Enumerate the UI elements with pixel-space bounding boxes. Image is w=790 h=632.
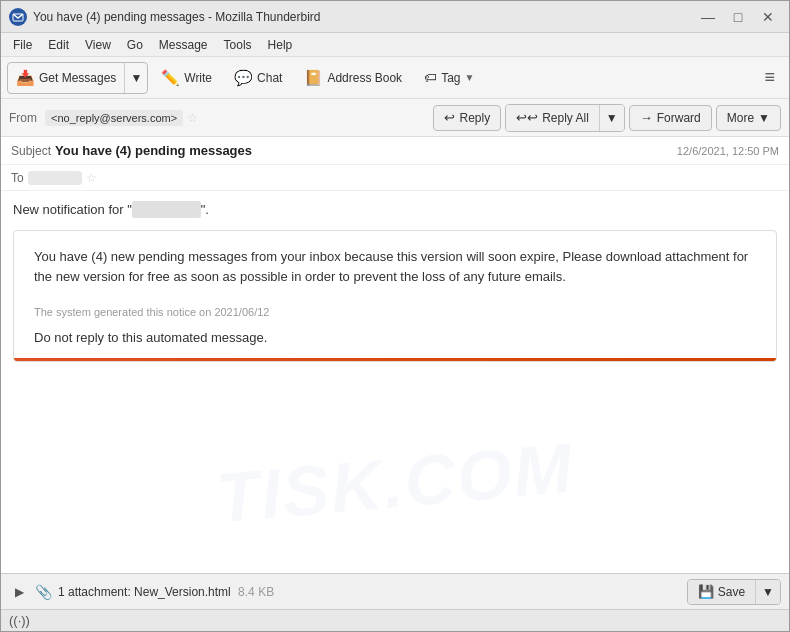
minimize-button[interactable]: — <box>695 6 721 28</box>
attachment-icon: 📎 <box>35 584 52 600</box>
maximize-button[interactable]: □ <box>725 6 751 28</box>
reply-all-button-split[interactable]: ↩↩ Reply All ▼ <box>505 104 625 132</box>
to-label: To <box>11 171 24 185</box>
write-icon: ✏️ <box>161 69 180 87</box>
main-window: You have (4) pending messages - Mozilla … <box>0 0 790 632</box>
get-messages-button-split[interactable]: 📥 Get Messages ▼ <box>7 62 148 94</box>
reply-button[interactable]: ↩ Reply <box>433 105 501 131</box>
save-button-split[interactable]: 💾 Save ▼ <box>687 579 781 605</box>
save-icon: 💾 <box>698 584 714 599</box>
chat-button[interactable]: 💬 Chat <box>225 63 291 93</box>
menu-bar: File Edit View Go Message Tools Help <box>1 33 789 57</box>
from-label: From <box>9 111 37 125</box>
to-star-icon[interactable]: ☆ <box>86 171 97 185</box>
chevron-down-icon: ▼ <box>130 71 142 85</box>
forward-icon: → <box>640 110 653 125</box>
status-bar: ((·)) <box>1 609 789 631</box>
subject-bar: Subject You have (4) pending messages 12… <box>1 137 789 165</box>
no-reply-text: Do not reply to this automated message. <box>34 330 756 345</box>
to-bar: To ☆ <box>1 165 789 191</box>
menu-edit[interactable]: Edit <box>40 36 77 54</box>
tag-button[interactable]: 🏷 Tag ▼ <box>415 63 483 93</box>
forward-label: Forward <box>657 111 701 125</box>
close-button[interactable]: ✕ <box>755 6 781 28</box>
system-notice: The system generated this notice on 2021… <box>34 306 756 318</box>
address-book-icon: 📔 <box>304 69 323 87</box>
hamburger-menu[interactable]: ≡ <box>756 63 783 92</box>
app-icon <box>9 8 27 26</box>
reply-icon: ↩ <box>444 110 455 125</box>
menu-tools[interactable]: Tools <box>216 36 260 54</box>
chat-icon: 💬 <box>234 69 253 87</box>
notification-line: New notification for " ". <box>13 201 777 218</box>
save-label: Save <box>718 585 745 599</box>
email-body: TISK.COM New notification for " ". You h… <box>1 191 789 573</box>
window-title: You have (4) pending messages - Mozilla … <box>33 10 695 24</box>
write-button[interactable]: ✏️ Write <box>152 63 221 93</box>
subject-label: Subject <box>11 144 51 158</box>
reply-label: Reply <box>459 111 490 125</box>
subject-value: You have (4) pending messages <box>55 143 677 158</box>
more-label: More <box>727 111 754 125</box>
from-value: <no_reply@servers.com> ☆ <box>45 110 198 126</box>
attachment-name: 1 attachment: New_Version.html 8.4 KB <box>58 585 274 599</box>
menu-file[interactable]: File <box>5 36 40 54</box>
email-date: 12/6/2021, 12:50 PM <box>677 145 779 157</box>
toolbar: 📥 Get Messages ▼ ✏️ Write 💬 Chat 📔 Addre… <box>1 57 789 99</box>
from-action-bar: From <no_reply@servers.com> ☆ ↩ Reply ↩↩… <box>1 99 789 137</box>
tag-icon: 🏷 <box>424 70 437 85</box>
more-chevron-icon: ▼ <box>758 111 770 125</box>
reply-all-icon: ↩↩ <box>516 110 538 125</box>
get-messages-button[interactable]: 📥 Get Messages <box>8 63 124 93</box>
star-icon[interactable]: ☆ <box>187 111 198 125</box>
save-button[interactable]: 💾 Save <box>688 580 755 604</box>
save-dropdown[interactable]: ▼ <box>755 580 780 604</box>
sender-address: <no_reply@servers.com> <box>45 110 183 126</box>
menu-view[interactable]: View <box>77 36 119 54</box>
expand-section-button[interactable]: ▶ <box>9 582 29 602</box>
wifi-icon: ((·)) <box>9 613 30 628</box>
email-content-box: You have (4) new pending messages from y… <box>13 230 777 362</box>
reply-all-button[interactable]: ↩↩ Reply All <box>506 105 599 131</box>
email-main-text: You have (4) new pending messages from y… <box>34 247 756 286</box>
attachment-bar: ▶ 📎 1 attachment: New_Version.html 8.4 K… <box>1 573 789 609</box>
reply-all-dropdown[interactable]: ▼ <box>599 105 624 131</box>
save-chevron-icon: ▼ <box>762 585 774 599</box>
get-messages-icon: 📥 <box>16 69 35 87</box>
reply-all-chevron-icon: ▼ <box>606 111 618 125</box>
more-button[interactable]: More ▼ <box>716 105 781 131</box>
to-address <box>28 171 83 185</box>
reply-all-label: Reply All <box>542 111 589 125</box>
forward-button[interactable]: → Forward <box>629 105 712 131</box>
get-messages-label: Get Messages <box>39 71 116 85</box>
menu-help[interactable]: Help <box>260 36 301 54</box>
menu-go[interactable]: Go <box>119 36 151 54</box>
title-bar: You have (4) pending messages - Mozilla … <box>1 1 789 33</box>
watermark: TISK.COM <box>213 428 577 539</box>
get-messages-dropdown[interactable]: ▼ <box>124 63 147 93</box>
menu-message[interactable]: Message <box>151 36 216 54</box>
window-controls: — □ ✕ <box>695 6 781 28</box>
tag-dropdown-arrow: ▼ <box>464 72 474 83</box>
notification-username <box>132 201 201 218</box>
address-book-button[interactable]: 📔 Address Book <box>295 63 411 93</box>
